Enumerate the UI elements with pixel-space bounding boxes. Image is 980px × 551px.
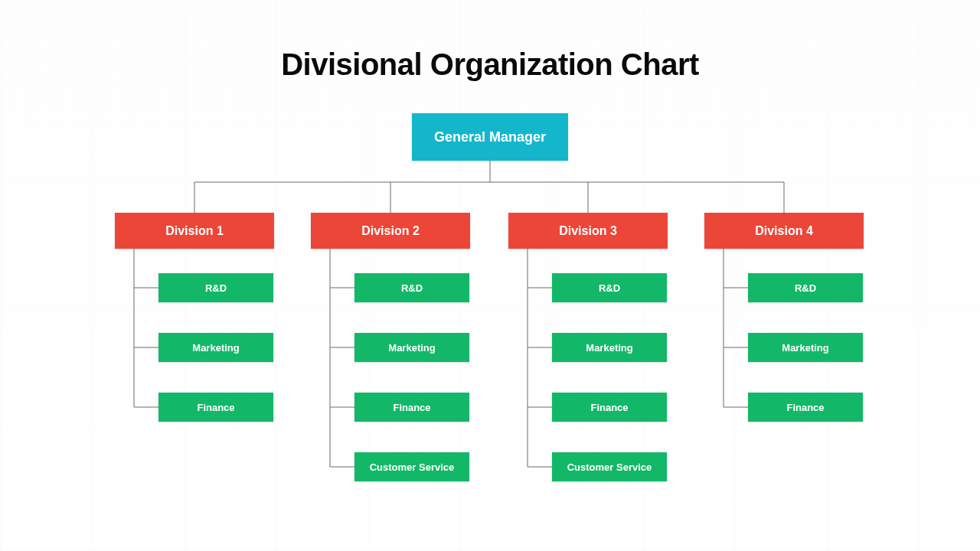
org-node-label: Division 4	[755, 224, 813, 238]
org-node-general-manager: General Manager	[412, 113, 568, 161]
org-node-dept: Marketing	[552, 333, 667, 362]
org-node-label: Division 3	[559, 224, 617, 238]
org-node-label: Marketing	[782, 342, 828, 354]
org-node-dept: R&D	[158, 273, 273, 302]
org-node-label: Finance	[590, 402, 628, 413]
org-node-label: Customer Service	[567, 461, 652, 473]
org-node-division-3: Division 3	[508, 213, 668, 249]
org-node-dept: Finance	[354, 393, 469, 422]
org-node-label: Marketing	[192, 342, 239, 354]
page-title: Divisional Organization Chart	[0, 47, 980, 82]
org-node-label: General Manager	[434, 129, 546, 145]
org-node-division-1: Division 1	[115, 213, 274, 249]
org-node-label: R&D	[599, 282, 620, 294]
org-node-dept: R&D	[354, 273, 469, 302]
org-node-label: R&D	[205, 282, 227, 294]
org-node-dept: Marketing	[748, 333, 863, 362]
org-node-label: Marketing	[586, 342, 632, 354]
org-node-label: Finance	[393, 402, 430, 413]
org-node-dept: R&D	[748, 273, 863, 302]
org-node-dept: Marketing	[158, 333, 273, 362]
org-node-division-4: Division 4	[704, 213, 864, 249]
org-node-label: Finance	[197, 402, 234, 413]
org-node-dept: Finance	[158, 393, 273, 422]
org-node-division-2: Division 2	[311, 213, 470, 249]
org-node-dept: R&D	[552, 273, 667, 302]
org-node-label: Division 2	[361, 224, 420, 238]
org-node-label: R&D	[795, 282, 816, 294]
org-node-dept: Finance	[748, 393, 863, 422]
org-node-label: Customer Service	[370, 461, 455, 473]
org-node-dept: Customer Service	[354, 452, 469, 481]
org-node-label: R&D	[401, 282, 423, 294]
org-node-dept: Marketing	[354, 333, 469, 362]
org-node-dept: Customer Service	[552, 452, 667, 481]
org-node-dept: Finance	[552, 393, 667, 422]
org-node-label: Division 1	[165, 224, 224, 238]
org-node-label: Marketing	[388, 342, 435, 354]
org-node-label: Finance	[786, 402, 824, 413]
